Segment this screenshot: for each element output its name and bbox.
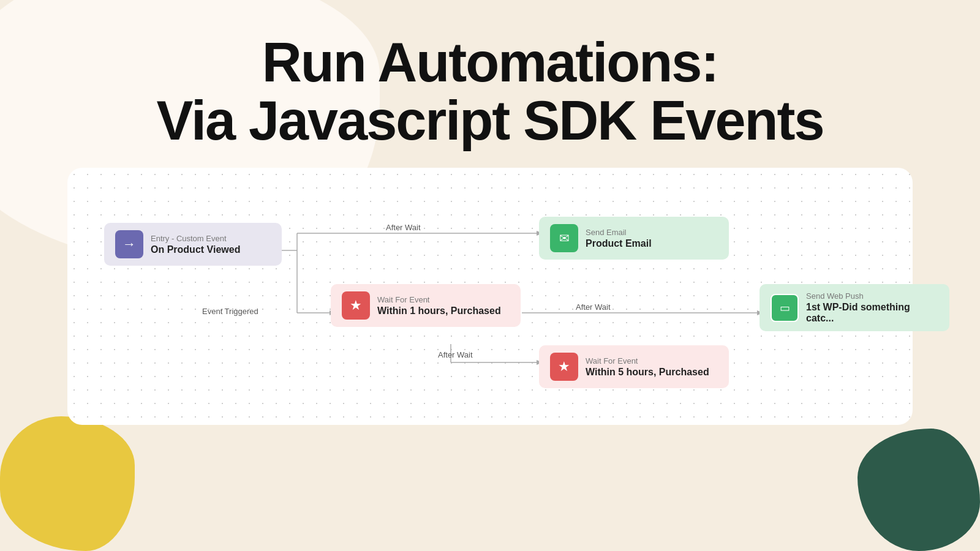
send-email-text: Send Email Product Email <box>586 228 652 249</box>
send-email-title: Product Email <box>586 238 652 249</box>
diagram-card: Event Triggered After Wait After Wait Af… <box>67 168 913 425</box>
wait-event-2-title: Within 5 hours, Purchased <box>586 367 709 378</box>
send-push-node: ▭ Send Web Push 1st WP-Did something cat… <box>760 284 949 331</box>
main-title-line1: Run Automations: <box>157 34 824 92</box>
conn-label-event-triggered: Event Triggered <box>202 307 258 316</box>
wait-event-2-icon: ★ <box>550 353 578 381</box>
wait-event-1-text: Wait For Event Within 1 hours, Purchased <box>377 295 501 317</box>
send-push-text: Send Web Push 1st WP-Did something catc.… <box>806 291 938 324</box>
send-email-label: Send Email <box>586 228 652 237</box>
conn-label-after-wait-3: After Wait <box>438 350 473 359</box>
wait-event-2-text: Wait For Event Within 5 hours, Purchased <box>586 356 709 378</box>
send-push-icon: ▭ <box>771 294 799 322</box>
conn-label-after-wait-2: After Wait <box>576 302 611 312</box>
content-wrapper: Run Automations: Via Javascript SDK Even… <box>0 0 980 551</box>
wait-event-1-title: Within 1 hours, Purchased <box>377 305 501 317</box>
send-push-label: Send Web Push <box>806 291 938 301</box>
conn-label-after-wait-1: After Wait <box>386 223 421 232</box>
wait-event-2-label: Wait For Event <box>586 356 709 365</box>
wait-event-1-label: Wait For Event <box>377 295 501 304</box>
wait-event-1-icon: ★ <box>342 291 370 320</box>
wait-event-2-node: ★ Wait For Event Within 5 hours, Purchas… <box>539 345 729 388</box>
entry-label: Entry - Custom Event <box>151 234 240 243</box>
entry-icon: → <box>115 230 143 258</box>
send-push-title: 1st WP-Did something catc... <box>806 302 938 324</box>
entry-node: → Entry - Custom Event On Product Viewed <box>104 223 282 266</box>
title-section: Run Automations: Via Javascript SDK Even… <box>157 0 824 168</box>
entry-title: On Product Viewed <box>151 244 240 255</box>
entry-node-text: Entry - Custom Event On Product Viewed <box>151 234 240 255</box>
send-email-node: ✉ Send Email Product Email <box>539 217 729 260</box>
wait-event-1-node: ★ Wait For Event Within 1 hours, Purchas… <box>331 284 521 327</box>
main-title-line2: Via Javascript SDK Events <box>157 92 824 150</box>
send-email-icon: ✉ <box>550 224 578 252</box>
flow-container: Event Triggered After Wait After Wait Af… <box>86 192 894 400</box>
